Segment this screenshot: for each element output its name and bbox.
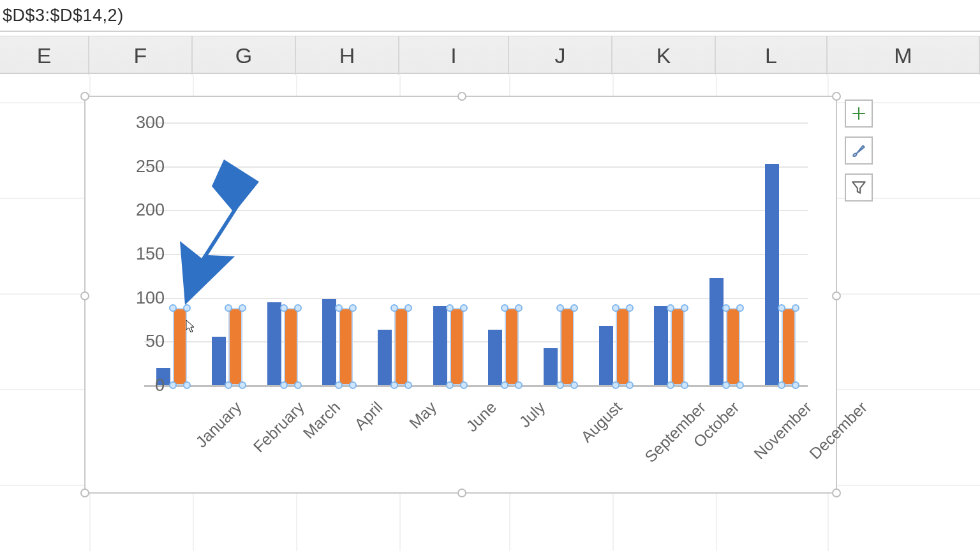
paintbrush-icon (850, 142, 867, 159)
bar-Series1-September[interactable] (599, 326, 613, 385)
chart-object[interactable]: JanuaryFebruaryMarchAprilMayJuneJulyAugu… (84, 96, 837, 494)
selection-handle[interactable] (446, 304, 454, 312)
y-tick-label: 200 (120, 200, 165, 220)
formula-bar[interactable]: $D$3:$D$14,2) (0, 0, 980, 32)
selection-handle[interactable] (280, 381, 288, 389)
bar-Series2-June[interactable] (450, 308, 464, 385)
x-tick-label: November (750, 398, 815, 463)
funnel-icon (850, 179, 867, 196)
column-header-J[interactable]: J (509, 36, 612, 75)
selection-handle[interactable] (612, 304, 620, 312)
column-header-M[interactable]: M (828, 36, 980, 75)
selection-handle[interactable] (515, 381, 523, 389)
plus-icon (850, 105, 867, 122)
bar-Series1-May[interactable] (378, 330, 392, 385)
formula-text: $D$3:$D$14,2) (3, 6, 124, 26)
selection-handle[interactable] (405, 381, 412, 389)
selection-handle[interactable] (294, 381, 302, 389)
bar-Series2-December[interactable] (782, 308, 796, 385)
selection-handle[interactable] (626, 304, 634, 312)
selection-handle[interactable] (792, 304, 799, 312)
bar-Series2-October[interactable] (671, 308, 685, 385)
bar-Series1-April[interactable] (322, 299, 336, 385)
selection-handle[interactable] (681, 381, 688, 389)
bar-Series1-February[interactable] (212, 337, 226, 385)
selection-handle[interactable] (390, 381, 398, 389)
chart-handle-s[interactable] (457, 489, 466, 497)
chart-filters-button[interactable] (845, 173, 873, 202)
y-tick-label: 100 (120, 288, 165, 307)
chart-handle-e[interactable] (832, 291, 841, 300)
bar-Series1-July[interactable] (488, 330, 502, 385)
selection-handle[interactable] (335, 381, 343, 389)
selection-handle[interactable] (349, 381, 357, 389)
chart-handle-sw[interactable] (80, 489, 89, 497)
bar-Series2-November[interactable] (726, 308, 740, 385)
bar-Series2-July[interactable] (505, 308, 519, 385)
bar-Series2-April[interactable] (339, 308, 353, 385)
x-axis-labels: JanuaryFebruaryMarchAprilMayJuneJulyAugu… (144, 392, 808, 487)
selection-handle[interactable] (570, 304, 578, 312)
selection-handle[interactable] (183, 381, 191, 389)
x-tick-label: April (351, 398, 387, 434)
selection-handle[interactable] (515, 304, 523, 312)
y-tick-label: 300 (120, 113, 165, 133)
selection-handle[interactable] (183, 304, 191, 312)
chart-bars[interactable] (144, 122, 808, 385)
selection-handle[interactable] (570, 381, 578, 389)
x-tick-label: February (249, 398, 308, 456)
selection-handle[interactable] (556, 381, 564, 389)
bar-Series2-September[interactable] (616, 308, 630, 385)
x-tick-label: May (406, 398, 440, 432)
chart-handle-nw[interactable] (80, 92, 89, 101)
selection-handle[interactable] (446, 381, 454, 389)
bar-Series2-March[interactable] (284, 308, 298, 385)
selection-handle[interactable] (722, 381, 730, 389)
chart-styles-button[interactable] (845, 136, 873, 165)
x-tick-label: March (299, 398, 344, 443)
selection-handle[interactable] (405, 304, 412, 312)
selection-handle[interactable] (239, 304, 246, 312)
bar-Series1-October[interactable] (654, 306, 668, 385)
column-header-K[interactable]: K (612, 36, 716, 75)
selection-handle[interactable] (294, 304, 302, 312)
selection-handle[interactable] (778, 381, 785, 389)
bar-Series1-March[interactable] (267, 302, 281, 385)
selection-handle[interactable] (626, 381, 634, 389)
chart-handle-w[interactable] (80, 291, 89, 300)
column-header-I[interactable]: I (399, 36, 509, 75)
bar-Series1-June[interactable] (433, 306, 447, 385)
selection-handle[interactable] (225, 381, 232, 389)
selection-handle[interactable] (280, 304, 288, 312)
chart-elements-button[interactable] (845, 99, 873, 128)
column-header-E[interactable]: E (0, 36, 89, 75)
selection-handle[interactable] (612, 381, 620, 389)
chart-handle-se[interactable] (832, 489, 841, 497)
y-tick-label: 250 (120, 156, 165, 176)
selection-handle[interactable] (460, 304, 468, 312)
bar-Series1-November[interactable] (709, 278, 724, 385)
selection-handle[interactable] (501, 381, 509, 389)
selection-handle[interactable] (736, 304, 744, 312)
bar-Series1-August[interactable] (544, 348, 558, 385)
chart-handle-ne[interactable] (832, 92, 841, 101)
bar-Series1-December[interactable] (765, 164, 779, 385)
chart-handle-n[interactable] (457, 92, 466, 101)
selection-handle[interactable] (460, 381, 468, 389)
column-header-G[interactable]: G (193, 36, 296, 75)
bar-Series2-January[interactable] (173, 308, 187, 385)
bar-Series2-August[interactable] (560, 308, 574, 385)
column-header-F[interactable]: F (89, 36, 193, 75)
selection-handle[interactable] (778, 304, 785, 312)
selection-handle[interactable] (681, 304, 688, 312)
selection-handle[interactable] (349, 304, 357, 312)
selection-handle[interactable] (667, 381, 674, 389)
column-header-H[interactable]: H (296, 36, 399, 75)
bar-Series2-May[interactable] (394, 308, 408, 385)
column-header-L[interactable]: L (716, 36, 828, 75)
selection-handle[interactable] (239, 381, 246, 389)
selection-handle[interactable] (792, 381, 799, 389)
selection-handle[interactable] (736, 381, 744, 389)
bar-Series2-February[interactable] (228, 308, 242, 385)
selection-handle[interactable] (169, 381, 177, 389)
